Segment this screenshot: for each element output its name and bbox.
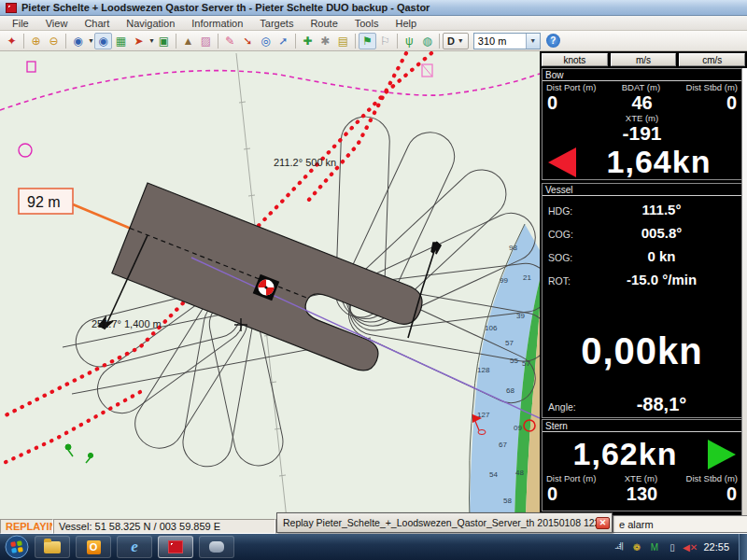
rot-value: -15.0 °/min: [587, 272, 736, 287]
tab-ms[interactable]: m/s: [611, 53, 677, 66]
bow-speed: 1,64kn: [576, 144, 741, 180]
zoom-out-icon[interactable]: ⊖: [45, 33, 63, 49]
bow-box: Bow Dist Port (m)BDAT (m)Dist Stbd (m) 0…: [542, 68, 742, 180]
bearing-label-2: 251.7° 1,400 m: [92, 318, 162, 329]
show-desktop-button[interactable]: [739, 534, 747, 560]
taskbar: O e ᆁ ❁ M ▯ ◀✕ 22:55: [0, 534, 747, 560]
title-bar[interactable]: Pieter Schelte + Loodswezen Qastor Serve…: [0, 0, 747, 16]
shield-icon[interactable]: ❁: [630, 541, 642, 553]
speaker-mute-icon[interactable]: ◀✕: [684, 541, 696, 553]
bow-xte-value: -191: [543, 123, 741, 144]
replay-window[interactable]: Replay Pieter_Schelte_+_Loodswezen_Qasto…: [276, 512, 613, 533]
angle-label: Angle:: [548, 401, 587, 413]
taskbar-clock[interactable]: 22:55: [703, 541, 729, 553]
stern-title: Stern: [543, 420, 741, 432]
svg-text:57: 57: [505, 339, 514, 347]
antivirus-icon[interactable]: M: [648, 541, 660, 553]
menu-file[interactable]: File: [4, 17, 37, 30]
anchor-watch-icon[interactable]: ➘: [239, 33, 257, 49]
flag-gray-icon[interactable]: ⚐: [376, 33, 394, 49]
ship-predictor-icon[interactable]: ➤: [130, 33, 148, 49]
taskbar-qastor[interactable]: [158, 536, 193, 558]
distance-label: 92 m: [19, 189, 73, 214]
tab-knots[interactable]: knots: [542, 53, 608, 66]
chevron-down-icon[interactable]: ▼: [526, 34, 540, 49]
flag-green-icon[interactable]: ⚑: [359, 33, 376, 49]
vrm-icon[interactable]: ◎: [257, 33, 275, 49]
svg-text:21: 21: [523, 273, 531, 282]
depth-display-button[interactable]: D ▼: [443, 33, 469, 49]
taskbar-outlook[interactable]: O: [76, 536, 111, 558]
menu-help[interactable]: Help: [387, 17, 425, 30]
svg-text:54: 54: [489, 470, 498, 479]
bow-direction-arrow-icon: [548, 147, 576, 177]
toolbar-separator: [355, 34, 356, 49]
vessel-box: Vessel HDG: 111.5° COG: 005.8° SOG: 0 kn…: [542, 183, 742, 418]
app-icon: [6, 3, 17, 13]
menu-tools[interactable]: Tools: [346, 17, 388, 30]
network-icon[interactable]: ᆁ: [613, 541, 625, 553]
taskbar-ie[interactable]: e: [117, 536, 152, 558]
menu-route[interactable]: Route: [302, 17, 345, 30]
stern-box: Stern 1,62kn Dist Port (m)XTE (m)Dist St…: [542, 419, 742, 511]
menu-information[interactable]: Information: [183, 17, 251, 30]
taskbar-app[interactable]: [199, 536, 234, 558]
range-scale-combobox[interactable]: 310 m ▼: [473, 33, 541, 49]
alarm-strip: e alarm: [613, 515, 747, 533]
taskbar-explorer[interactable]: [35, 536, 70, 558]
stern-column-values: 01300: [543, 483, 741, 504]
toolbar-separator: [218, 34, 218, 49]
menu-targets[interactable]: Targets: [251, 17, 302, 30]
redraw-icon[interactable]: ✦: [3, 33, 21, 49]
new-window-icon[interactable]: ▣: [155, 33, 173, 49]
bearing-label-1: 211.2° 500 kn: [274, 157, 336, 168]
help-icon[interactable]: ?: [546, 34, 560, 48]
bow-speed-row: 1,64kn: [543, 144, 741, 180]
pin-icon[interactable]: ✚: [299, 33, 317, 49]
internet-icon[interactable]: ◍: [418, 33, 436, 49]
stern-direction-arrow-icon: [708, 440, 736, 469]
svg-text:106: 106: [485, 324, 498, 332]
close-icon[interactable]: ✕: [596, 517, 610, 529]
zoom-in-icon[interactable]: ⊕: [27, 33, 45, 49]
settings-icon[interactable]: ✱: [317, 33, 334, 49]
app-icon: [209, 541, 224, 553]
buoy-icon[interactable]: ▲: [179, 33, 197, 49]
stern-column-labels: Dist Port (m)XTE (m)Dist Stbd (m): [543, 472, 741, 483]
replay-status: REPLAYING: [0, 519, 53, 534]
select-area-icon[interactable]: ▦: [112, 33, 130, 49]
hdg-label: HDG:: [548, 205, 587, 217]
bow-column-values: 0460: [543, 92, 741, 113]
chart-area[interactable]: 98 21 99 39 106 57 55 57 128 68 127 09 6…: [0, 51, 540, 519]
chart-canvas: 98 21 99 39 106 57 55 57 128 68 127 09 6…: [0, 51, 540, 519]
folder-icon: [44, 541, 61, 553]
edit-route-icon[interactable]: ✎: [221, 33, 239, 49]
menu-chart[interactable]: Chart: [76, 17, 118, 30]
chevron-down-icon[interactable]: ▼: [88, 37, 94, 44]
chart-notes-icon[interactable]: ▨: [197, 33, 215, 49]
unit-tabs: knots m/s cm/s: [540, 51, 747, 68]
chevron-down-icon[interactable]: ▼: [148, 37, 155, 44]
svg-text:98: 98: [509, 244, 517, 252]
ebl-icon[interactable]: ➚: [275, 33, 292, 49]
follow-vessel-icon[interactable]: ◉: [94, 33, 112, 49]
clipboard-icon[interactable]: ▯: [666, 541, 678, 553]
toolbar-separator: [65, 34, 66, 49]
vessel-speed: 0,00kn: [543, 330, 741, 372]
instrument-panel: knots m/s cm/s Bow Dist Port (m)BDAT (m)…: [540, 51, 747, 519]
svg-text:67: 67: [499, 441, 507, 449]
panel-scrollbar[interactable]: [741, 68, 747, 517]
menu-view[interactable]: View: [37, 17, 77, 30]
tab-cms[interactable]: cm/s: [679, 53, 745, 66]
toolbar-separator: [295, 34, 296, 49]
system-tray: ᆁ ❁ M ▯ ◀✕: [613, 541, 696, 553]
rot-label: ROT:: [548, 275, 587, 287]
stern-speed-row: 1,62kn: [543, 436, 741, 472]
find-vessel-icon[interactable]: ◉: [69, 33, 87, 49]
range-scale-value: 310 m: [474, 35, 526, 47]
ais-antenna-icon[interactable]: ψ: [401, 33, 418, 49]
logbook-icon[interactable]: ▤: [334, 33, 352, 49]
start-button[interactable]: [5, 535, 29, 559]
svg-text:58: 58: [503, 497, 512, 505]
menu-navigation[interactable]: Navigation: [118, 17, 183, 30]
